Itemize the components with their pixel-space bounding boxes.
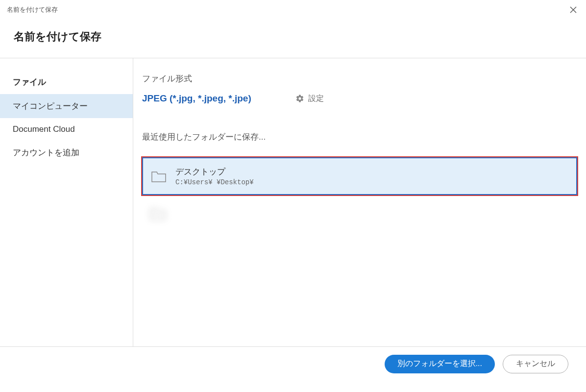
format-row: JPEG (*.jpg, *.jpeg, *.jpe) 設定 [142, 93, 577, 104]
window-title: 名前を付けて保存 [7, 5, 58, 14]
folder-item-redacted[interactable] [142, 195, 577, 232]
cancel-button[interactable]: キャンセル [503, 355, 568, 373]
dialog-footer: 別のフォルダーを選択... キャンセル [0, 346, 586, 381]
dialog-header: 名前を付けて保存 [0, 20, 586, 58]
dialog-title: 名前を付けて保存 [14, 29, 572, 44]
folder-name: デスクトップ [175, 166, 254, 177]
close-button[interactable] [567, 4, 579, 16]
sidebar-item-document-cloud[interactable]: Document Cloud [0, 118, 133, 141]
folder-icon [151, 170, 167, 183]
folder-name [174, 203, 264, 214]
sidebar-item-my-computer[interactable]: マイコンピューター [0, 94, 133, 118]
format-label: ファイル形式 [142, 73, 577, 84]
sidebar-item-label: マイコンピューター [13, 101, 88, 111]
gear-icon [295, 94, 304, 103]
dialog-body: ファイル マイコンピューター Document Cloud アカウントを追加 フ… [0, 58, 586, 346]
format-settings-button[interactable]: 設定 [295, 94, 324, 104]
folder-text [174, 203, 264, 224]
recent-folders-label: 最近使用したフォルダーに保存... [142, 131, 577, 143]
folder-icon [150, 207, 166, 220]
sidebar: ファイル マイコンピューター Document Cloud アカウントを追加 [0, 58, 133, 346]
choose-folder-button[interactable]: 別のフォルダーを選択... [385, 355, 495, 373]
folder-item-desktop[interactable]: デスクトップ C:¥Users¥ ¥Desktop¥ [142, 157, 577, 195]
settings-label: 設定 [308, 94, 324, 104]
sidebar-heading: ファイル [0, 70, 133, 94]
button-label: 別のフォルダーを選択... [397, 359, 482, 369]
sidebar-item-label: Document Cloud [13, 124, 75, 134]
folder-text: デスクトップ C:¥Users¥ ¥Desktop¥ [175, 166, 254, 186]
titlebar: 名前を付けて保存 [0, 0, 586, 20]
sidebar-item-add-account[interactable]: アカウントを追加 [0, 141, 133, 165]
sidebar-item-label: アカウントを追加 [13, 148, 79, 157]
button-label: キャンセル [516, 359, 555, 369]
close-icon [570, 6, 577, 13]
folder-path [174, 215, 264, 224]
main-panel: ファイル形式 JPEG (*.jpg, *.jpeg, *.jpe) 設定 最近… [133, 58, 586, 346]
file-format-dropdown[interactable]: JPEG (*.jpg, *.jpeg, *.jpe) [142, 93, 251, 104]
folder-path: C:¥Users¥ ¥Desktop¥ [175, 178, 254, 186]
